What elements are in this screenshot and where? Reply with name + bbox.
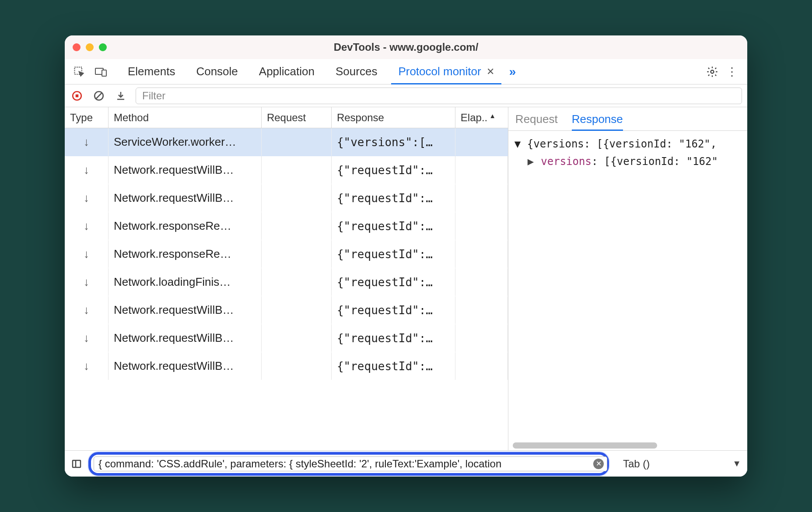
device-toolbar-icon[interactable] bbox=[91, 59, 111, 84]
col-header-request[interactable]: Request bbox=[262, 107, 332, 128]
table-row[interactable]: ↓Network.requestWillB…{"requestId":… bbox=[65, 352, 508, 380]
detail-tabs: Request Response bbox=[508, 107, 747, 131]
method-cell: Network.requestWillB… bbox=[108, 184, 262, 212]
footer-dropdown-icon[interactable]: ▼ bbox=[732, 459, 741, 469]
table-row[interactable]: ↓Network.requestWillB…{"requestId":… bbox=[65, 156, 508, 184]
response-cell: {"requestId":… bbox=[332, 212, 455, 240]
request-cell bbox=[262, 128, 332, 156]
table-row[interactable]: ↓Network.responseRe…{"requestId":… bbox=[65, 240, 508, 268]
elapsed-cell bbox=[455, 212, 508, 240]
raw-command-input[interactable] bbox=[94, 456, 607, 471]
elapsed-cell bbox=[455, 156, 508, 184]
close-tab-icon[interactable]: ✕ bbox=[486, 66, 494, 77]
tab-elements[interactable]: Elements bbox=[117, 59, 186, 84]
tab-protocol-monitor[interactable]: Protocol monitor ✕ bbox=[388, 59, 504, 84]
hscroll-thumb[interactable] bbox=[513, 442, 657, 449]
caret-right-icon[interactable]: ▶ bbox=[527, 153, 535, 170]
method-cell: Network.requestWillB… bbox=[108, 324, 262, 352]
type-cell: ↓ bbox=[65, 268, 108, 296]
elapsed-cell bbox=[455, 184, 508, 212]
show-drawer-icon[interactable] bbox=[71, 458, 82, 470]
table-row[interactable]: ↓ServiceWorker.worker…{"versions":[… bbox=[65, 128, 508, 156]
response-cell: {"requestId":… bbox=[332, 296, 455, 324]
type-cell: ↓ bbox=[65, 156, 108, 184]
tab-sources[interactable]: Sources bbox=[325, 59, 388, 84]
inspect-element-icon[interactable] bbox=[69, 59, 89, 84]
clear-button[interactable] bbox=[92, 89, 106, 103]
command-input-highlight: ✕ bbox=[88, 452, 609, 476]
sort-asc-icon: ▲ bbox=[489, 112, 496, 119]
tree-line-versions[interactable]: ▶ versions: [{versionId: "162" bbox=[514, 153, 741, 170]
settings-gear-icon[interactable] bbox=[706, 66, 718, 78]
method-cell: Network.loadingFinis… bbox=[108, 268, 262, 296]
request-cell bbox=[262, 240, 332, 268]
hscrollbar[interactable] bbox=[513, 442, 743, 449]
table-row[interactable]: ↓Network.requestWillB…{"requestId":… bbox=[65, 184, 508, 212]
response-cell: {"requestId":… bbox=[332, 268, 455, 296]
tab-console[interactable]: Console bbox=[186, 59, 248, 84]
method-cell: Network.requestWillB… bbox=[108, 296, 262, 324]
svg-point-3 bbox=[711, 70, 714, 73]
clear-input-icon[interactable]: ✕ bbox=[593, 459, 604, 469]
tab-key-hint: Tab () bbox=[623, 458, 650, 470]
method-cell: Network.responseRe… bbox=[108, 240, 262, 268]
table-row[interactable]: ↓Network.requestWillB…{"requestId":… bbox=[65, 324, 508, 352]
table-row[interactable]: ↓Network.responseRe…{"requestId":… bbox=[65, 212, 508, 240]
close-window-button[interactable] bbox=[73, 43, 80, 51]
tab-protocol-monitor-label: Protocol monitor bbox=[398, 65, 481, 78]
devtools-window: DevTools - www.google.com/ Elements Cons… bbox=[65, 35, 747, 477]
type-cell: ↓ bbox=[65, 296, 108, 324]
request-cell bbox=[262, 184, 332, 212]
method-cell: ServiceWorker.worker… bbox=[108, 128, 262, 156]
more-tabs-icon[interactable]: » bbox=[505, 59, 521, 84]
method-cell: Network.responseRe… bbox=[108, 212, 262, 240]
col-header-response[interactable]: Response bbox=[332, 107, 455, 128]
elapsed-cell bbox=[455, 352, 508, 380]
type-cell: ↓ bbox=[65, 184, 108, 212]
tab-application[interactable]: Application bbox=[248, 59, 325, 84]
elapsed-cell bbox=[455, 324, 508, 352]
col-header-type[interactable]: Type bbox=[65, 107, 108, 128]
request-cell bbox=[262, 352, 332, 380]
tree-line-root[interactable]: ▼ {versions: [{versionId: "162", bbox=[514, 135, 741, 153]
minimize-window-button[interactable] bbox=[86, 43, 94, 51]
detail-tab-response[interactable]: Response bbox=[572, 112, 623, 130]
method-cell: Network.requestWillB… bbox=[108, 352, 262, 380]
grid-body[interactable]: ↓ServiceWorker.worker…{"versions":[…↓Net… bbox=[65, 128, 508, 450]
record-button[interactable] bbox=[70, 89, 84, 103]
tab-application-label: Application bbox=[259, 65, 315, 78]
col-header-elapsed[interactable]: Elap..▲ bbox=[455, 107, 508, 128]
tab-console-label: Console bbox=[196, 65, 238, 78]
filter-input[interactable] bbox=[136, 88, 742, 104]
method-cell: Network.requestWillB… bbox=[108, 156, 262, 184]
table-row[interactable]: ↓Network.requestWillB…{"requestId":… bbox=[65, 296, 508, 324]
detail-tab-request[interactable]: Request bbox=[515, 112, 558, 130]
elapsed-cell bbox=[455, 128, 508, 156]
detail-body: ▼ {versions: [{versionId: "162", ▶ versi… bbox=[508, 131, 747, 450]
window-title: DevTools - www.google.com/ bbox=[65, 41, 747, 53]
svg-rect-2 bbox=[102, 70, 106, 76]
svg-rect-5 bbox=[76, 94, 79, 97]
col-header-method[interactable]: Method bbox=[108, 107, 262, 128]
tab-elements-label: Elements bbox=[128, 65, 175, 78]
elapsed-cell bbox=[455, 296, 508, 324]
download-button[interactable] bbox=[114, 89, 128, 103]
maximize-window-button[interactable] bbox=[99, 43, 107, 51]
message-grid: Type Method Request Response Elap..▲ ↓Se… bbox=[65, 107, 508, 450]
request-cell bbox=[262, 324, 332, 352]
kebab-menu-icon[interactable]: ⋮ bbox=[726, 70, 738, 74]
request-cell bbox=[262, 212, 332, 240]
tab-sources-label: Sources bbox=[336, 65, 377, 78]
main-tabbar: Elements Console Application Sources Pro… bbox=[65, 59, 747, 84]
content-area: Type Method Request Response Elap..▲ ↓Se… bbox=[65, 107, 747, 450]
panel-tabs: Elements Console Application Sources Pro… bbox=[117, 59, 520, 84]
request-cell bbox=[262, 156, 332, 184]
type-cell: ↓ bbox=[65, 212, 108, 240]
response-cell: {"requestId":… bbox=[332, 184, 455, 212]
elapsed-cell bbox=[455, 268, 508, 296]
grid-header: Type Method Request Response Elap..▲ bbox=[65, 107, 508, 128]
response-cell: {"requestId":… bbox=[332, 156, 455, 184]
titlebar: DevTools - www.google.com/ bbox=[65, 35, 747, 59]
detail-pane: Request Response ▼ {versions: [{versionI… bbox=[508, 107, 747, 450]
table-row[interactable]: ↓Network.loadingFinis…{"requestId":… bbox=[65, 268, 508, 296]
